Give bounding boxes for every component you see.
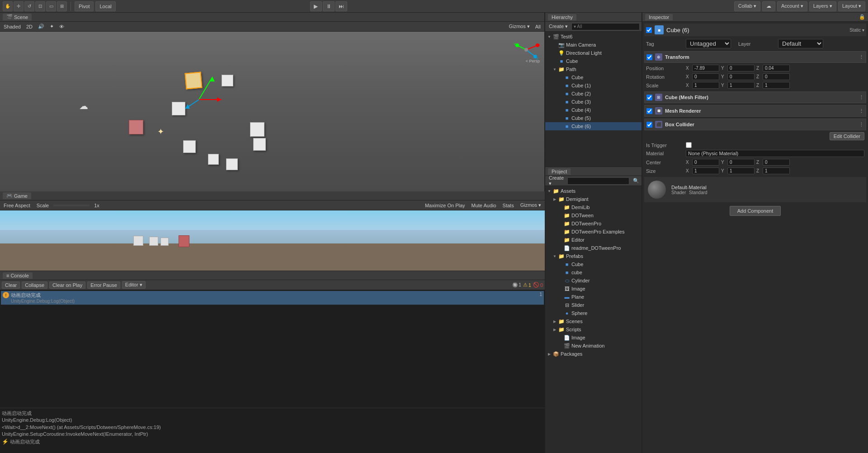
scale-slider[interactable] [53,205,90,206]
transform-tool-button[interactable]: ⊞ [57,1,67,11]
inspector-lock-icon[interactable]: 🔒 [859,14,865,20]
cube-obj-4[interactable] [183,140,196,153]
is-trigger-checkbox[interactable] [686,142,692,148]
project-prefabs[interactable]: ▼ 📁 Prefabs [545,252,642,260]
project-sphere[interactable]: ● Sphere [545,309,642,317]
tree-item-cube-6[interactable]: ■ Cube (6) [545,122,642,130]
project-demilib[interactable]: 📁 DemiLib [545,203,642,211]
tree-item-cube-3[interactable]: ■ Cube (3) [545,98,642,106]
tree-item-path[interactable]: ▼ 📁 Path [545,65,642,73]
editor-button[interactable]: Editor ▾ [122,281,146,289]
scale-tool-button[interactable]: ⊡ [35,1,45,11]
obj-active-checkbox[interactable] [646,27,652,33]
game-gizmos[interactable]: Gizmos ▾ [519,202,543,209]
mesh-filter-context-icon[interactable]: ⋮ [859,95,864,100]
mesh-renderer-header[interactable]: 🔲 Mesh Renderer ⋮ [644,105,866,117]
box-collider-checkbox[interactable] [646,122,652,128]
transform-context-icon[interactable]: ⋮ [859,54,864,60]
project-dotweenpro[interactable]: 📁 DOTweenPro [545,219,642,228]
size-x-input[interactable] [692,167,719,174]
scale-x-input[interactable] [692,82,719,89]
console-msg-1[interactable]: ! 动画启动完成 UnityEngine.Debug:Log(Object) 1 [1,291,544,305]
center-x-input[interactable] [692,159,719,166]
project-dotween[interactable]: 📁 DOTween [545,211,642,219]
transform-checkbox[interactable] [646,54,652,60]
clear-button[interactable]: Clear [2,281,20,289]
cube-obj-2[interactable] [172,102,185,115]
pos-z-input[interactable] [763,65,790,72]
project-demigiant[interactable]: ▶ 📁 Demigiant [545,195,642,203]
scale-z-input[interactable] [763,82,790,89]
all-dropdown[interactable]: All [533,24,542,30]
mesh-renderer-context-icon[interactable]: ⋮ [859,108,864,114]
layout-button[interactable]: Layout ▾ [838,1,865,11]
tree-item-cube-1[interactable]: ■ Cube (1) [545,81,642,90]
project-prefab-cube[interactable]: ■ cube [545,268,642,277]
cube-obj-6[interactable] [226,158,238,170]
cube-obj-3[interactable] [250,122,264,137]
project-scenes[interactable]: ▶ 📁 Scenes [545,317,642,325]
project-prefab-cube-cap[interactable]: ■ Cube [545,260,642,268]
project-create[interactable]: Create ▾ [547,175,566,187]
mute-audio[interactable]: Mute Audio [470,202,498,209]
maximize-on-play[interactable]: Maximize On Play [423,202,467,209]
tree-item-test6[interactable]: ▼ 🎬 Test6 [545,33,642,41]
center-z-input[interactable] [763,159,790,166]
size-y-input[interactable] [727,167,755,174]
size-z-input[interactable] [763,167,790,174]
game-tab[interactable]: 🎮 Game [3,192,31,199]
project-readme[interactable]: 📄 readme_DOTweenPro [545,244,642,252]
box-collider-context-icon[interactable]: ⋮ [859,122,864,128]
tree-item-cube-5[interactable]: ■ Cube (5) [545,114,642,122]
stats-toggle[interactable]: Stats [501,202,516,209]
project-packages[interactable]: ▶ 📦 Packages [545,350,642,358]
scene-tab[interactable]: 🎬 Scene [3,14,32,20]
step-button[interactable]: ⏭ [335,1,347,11]
scene-view-icon[interactable]: 👁 [57,24,66,30]
clear-on-play-button[interactable]: Clear on Play [49,281,85,289]
project-assets[interactable]: ▼ 📁 Assets [545,187,642,195]
selected-cube[interactable] [184,72,202,89]
hierarchy-search[interactable] [571,23,640,30]
play-button[interactable]: ▶ [310,1,322,11]
audio-icon[interactable]: 🔊 [36,23,46,30]
project-plane[interactable]: ▬ Plane [545,293,642,301]
cube-obj-5[interactable] [208,154,219,165]
2d-toggle[interactable]: 2D [24,24,34,30]
rect-tool-button[interactable]: ▭ [46,1,56,11]
project-search[interactable] [567,177,629,185]
pause-button[interactable]: ⏸ [323,1,335,11]
free-aspect-dropdown[interactable]: Free Aspect [2,202,32,209]
tree-item-cube-2[interactable]: ■ Cube (2) [545,90,642,98]
fx-icon[interactable]: ✦ [48,23,56,30]
box-collider-header[interactable]: ⬛ Box Collider ⋮ [644,119,866,130]
pivot-button[interactable]: Pivot [75,1,94,11]
shaded-dropdown[interactable]: Shaded [2,24,23,30]
layer-dropdown[interactable]: Default [778,39,823,48]
cube-obj-1[interactable] [222,75,233,86]
hierarchy-tab[interactable]: Hierarchy [548,14,576,20]
hand-tool-button[interactable]: ✋ [3,1,13,11]
local-button[interactable]: Local [95,1,115,11]
scene-content[interactable]: ✦ ☁ X Z Y [0,32,544,191]
mesh-filter-header[interactable]: ⊞ Cube (Mesh Filter) ⋮ [644,91,866,103]
rot-z-input[interactable] [763,73,790,80]
collab-button[interactable]: Collab ▾ [734,1,760,11]
error-pause-button[interactable]: Error Pause [87,281,120,289]
console-tab[interactable]: ≡ Console [3,272,33,279]
mesh-filter-checkbox[interactable] [646,95,652,100]
rot-y-input[interactable] [727,73,755,80]
project-slider[interactable]: ⊟ Slider [545,301,642,309]
project-scripts-image[interactable]: 📄 Image [545,334,642,342]
mesh-renderer-checkbox[interactable] [646,108,652,114]
center-y-input[interactable] [727,159,755,166]
hierarchy-create[interactable]: Create ▾ [547,23,570,30]
project-dotweenpro-examples[interactable]: 📁 DOTweenPro Examples [545,228,642,236]
tree-item-cube-4[interactable]: ■ Cube (4) [545,106,642,114]
rotate-tool-button[interactable]: ↺ [24,1,34,11]
project-editor[interactable]: 📁 Editor [545,236,642,244]
project-image[interactable]: 🖼 Image [545,285,642,293]
cube-pink[interactable] [129,120,143,134]
project-new-animation[interactable]: 🎬 New Animation [545,342,642,350]
tree-item-main-camera[interactable]: 📷 Main Camera [545,41,642,49]
